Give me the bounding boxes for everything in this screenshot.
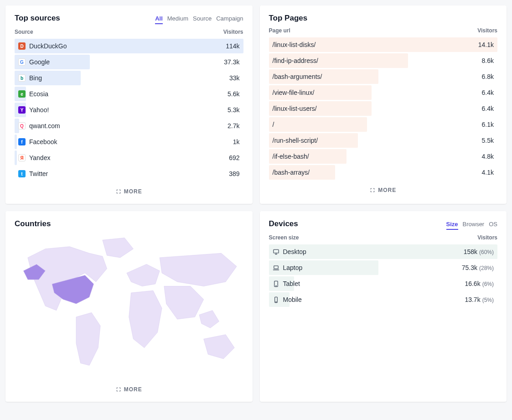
top-sources-card: Top sources AllMediumSourceCampaign Sour… [5, 5, 253, 204]
row-value: 13.7k(5%) [465, 296, 494, 303]
world-map[interactable] [15, 233, 243, 379]
bar-fill [269, 117, 367, 132]
sources-tab-campaign[interactable]: Campaign [216, 15, 243, 24]
row-label-text: qwant.com [29, 122, 60, 130]
row-label: /bash-arrays/ [273, 169, 310, 176]
pages-col-value: Visitors [477, 27, 497, 34]
row-value: 75.3k(28%) [462, 264, 494, 271]
page-row[interactable]: /view-file-linux/6.4k [269, 85, 498, 100]
row-value: 389 [229, 170, 239, 177]
row-label: /linux-list-users/ [273, 105, 317, 112]
device-row[interactable]: Laptop75.3k(28%) [269, 260, 498, 275]
row-value: 5.3k [228, 106, 239, 114]
row-value: 16.6k(6%) [465, 280, 494, 287]
bar-fill [15, 135, 17, 149]
source-row[interactable]: eEcosia5.6k [15, 87, 243, 101]
row-label: /view-file-linux/ [273, 89, 315, 96]
row-label: DDuckDuckGo [18, 42, 67, 50]
pages-more-button[interactable]: MORE [269, 184, 498, 196]
row-value: 33k [229, 74, 240, 82]
row-value: 6.8k [482, 73, 494, 80]
row-value: 6.1k [482, 121, 494, 128]
row-label: / [273, 121, 274, 128]
page-row[interactable]: /6.1k [269, 117, 498, 132]
svg-point-3 [275, 285, 276, 286]
row-label-text: /find-ip-address/ [273, 57, 318, 64]
device-row[interactable]: Desktop158k(60%) [269, 244, 498, 259]
desktop-icon [273, 249, 279, 255]
sources-col-value: Visitors [223, 29, 243, 35]
devices-tab-os[interactable]: OS [489, 221, 497, 230]
countries-more-button[interactable]: MORE [15, 384, 243, 395]
row-value: 6.4k [482, 105, 494, 112]
pages-rows: /linux-list-disks/14.1k/find-ip-address/… [269, 37, 498, 180]
expand-icon [370, 187, 375, 193]
row-percent: (28%) [479, 265, 494, 271]
row-label-text: Laptop [283, 264, 303, 271]
source-row[interactable]: fFacebook1k [15, 135, 243, 149]
page-row[interactable]: /bash-arguments/6.8k [269, 69, 498, 84]
svg-rect-0 [273, 249, 278, 253]
devices-col-value: Visitors [477, 234, 497, 241]
row-value: 6.4k [482, 89, 494, 96]
bing-icon: b [18, 74, 26, 82]
row-label-text: /linux-list-users/ [273, 105, 317, 112]
device-row[interactable]: Tablet16.6k(6%) [269, 276, 498, 291]
sources-tab-all[interactable]: All [155, 15, 163, 24]
page-row[interactable]: /find-ip-address/8.6k [269, 53, 498, 68]
pages-col-label: Page url [269, 27, 290, 34]
row-label-text: Mobile [283, 296, 302, 303]
source-row[interactable]: YYahoo!5.3k [15, 103, 243, 117]
row-label-text: Desktop [283, 248, 306, 255]
row-value: 37.3k [224, 58, 239, 66]
source-row[interactable]: Qqwant.com2.7k [15, 119, 243, 133]
page-row[interactable]: /bash-arrays/4.1k [269, 165, 498, 180]
tablet-icon [273, 280, 279, 287]
top-pages-title: Top Pages [269, 14, 308, 23]
yahoo--icon: Y [18, 106, 26, 114]
row-label: Tablet [273, 280, 300, 287]
row-label-text: Tablet [283, 280, 300, 287]
expand-icon [116, 387, 121, 392]
devices-card: Devices SizeBrowserOS Screen size Visito… [260, 211, 507, 402]
page-row[interactable]: /if-else-bash/4.8k [269, 149, 498, 164]
row-label-text: Google [29, 58, 50, 66]
top-sources-title: Top sources [15, 14, 60, 23]
row-label-text: Bing [29, 74, 42, 82]
row-label: /run-shell-script/ [273, 137, 318, 144]
source-row[interactable]: tTwitter389 [15, 166, 243, 181]
row-label-text: / [273, 121, 274, 128]
source-row[interactable]: bBing33k [15, 71, 243, 85]
devices-tab-browser[interactable]: Browser [463, 221, 485, 230]
twitter-icon: t [18, 170, 26, 177]
facebook-icon: f [18, 138, 26, 145]
yandex-icon: Я [18, 154, 26, 161]
row-label-text: /if-else-bash/ [273, 153, 309, 160]
devices-tab-size[interactable]: Size [446, 221, 458, 230]
row-value: 8.6k [482, 57, 494, 64]
page-row[interactable]: /run-shell-script/5.5k [269, 133, 498, 148]
page-row[interactable]: /linux-list-disks/14.1k [269, 37, 498, 52]
row-label: /find-ip-address/ [273, 57, 318, 64]
mobile-icon [273, 296, 279, 303]
countries-title: Countries [15, 219, 51, 228]
row-label: Mobile [273, 296, 302, 303]
row-value: 4.8k [482, 153, 494, 160]
ecosia-icon: e [18, 90, 26, 98]
source-row[interactable]: DDuckDuckGo114k [15, 39, 243, 53]
row-value: 114k [226, 42, 239, 50]
page-row[interactable]: /linux-list-users/6.4k [269, 101, 498, 116]
sources-tab-source[interactable]: Source [193, 15, 212, 24]
sources-tab-medium[interactable]: Medium [167, 15, 188, 24]
row-percent: (60%) [479, 249, 494, 255]
source-row[interactable]: ЯYandex692 [15, 150, 243, 165]
device-row[interactable]: Mobile13.7k(5%) [269, 292, 498, 307]
row-percent: (6%) [482, 281, 494, 287]
row-label: /if-else-bash/ [273, 153, 309, 160]
row-label: bBing [18, 74, 42, 82]
source-row[interactable]: GGoogle37.3k [15, 55, 243, 69]
sources-more-button[interactable]: MORE [15, 186, 243, 197]
row-label: GGoogle [18, 58, 50, 66]
laptop-icon [273, 264, 279, 271]
expand-icon [116, 189, 121, 194]
